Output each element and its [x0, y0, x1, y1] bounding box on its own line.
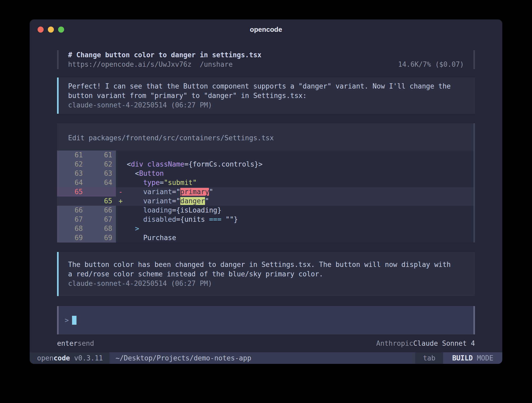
- edit-tool-card: Edit packages/frontend/src/containers/Se…: [57, 123, 475, 242]
- new-line-number: 63: [86, 169, 116, 178]
- unshare-command[interactable]: /unshare: [200, 60, 233, 69]
- tab-key-hint: tab: [415, 352, 443, 364]
- line-number-gutter: 6464: [57, 178, 116, 187]
- old-line-number: 69: [57, 233, 86, 242]
- code-line: >: [116, 224, 473, 233]
- old-line-number: 61: [57, 151, 86, 160]
- diff-row-context: 6868 >: [57, 224, 473, 233]
- text-cursor: [72, 316, 76, 325]
- session-header-body: # Change button color to danger in setti…: [59, 50, 473, 69]
- message-model-timestamp: claude-sonnet-4-20250514 (06:27 PM): [68, 100, 465, 110]
- message-text-line: a red/rose color scheme instead of the b…: [68, 269, 465, 279]
- send-action-hint: send: [78, 339, 94, 348]
- message-text-line: The button color has been changed to dan…: [68, 260, 465, 269]
- old-line-number: 66: [57, 206, 86, 215]
- hints-row: enter send Anthropic Claude Sonnet 4: [57, 339, 475, 348]
- prompt-input[interactable]: >: [57, 306, 475, 334]
- enter-key-hint: enter: [57, 339, 78, 348]
- traffic-lights: [38, 19, 64, 39]
- new-line-number: [86, 187, 116, 197]
- titlebar: opencode: [30, 19, 502, 39]
- new-line-number: 67: [86, 215, 116, 224]
- line-number-gutter: 6363: [57, 169, 116, 178]
- new-line-number: 62: [86, 160, 116, 169]
- zoom-window-button[interactable]: [58, 27, 64, 33]
- new-line-number: 64: [86, 178, 116, 187]
- new-line-number: 68: [86, 224, 116, 233]
- new-line-number: 65: [86, 197, 116, 206]
- new-line-number: 69: [86, 233, 116, 242]
- old-line-number: 63: [57, 169, 86, 178]
- old-line-number: [57, 197, 86, 206]
- window-title: opencode: [250, 25, 282, 34]
- diff-row-removed: 65- variant="primary": [57, 187, 473, 197]
- line-number-gutter: 65: [57, 187, 116, 197]
- line-number-gutter: 6969: [57, 233, 116, 242]
- old-line-number: 68: [57, 224, 86, 233]
- diff-row-context: 6161: [57, 151, 473, 160]
- diff-row-context: 6464 type="submit": [57, 178, 473, 187]
- diff-row-context: 6767 disabled={units === ""}: [57, 215, 473, 224]
- diff-row-context: 6363 <Button: [57, 169, 473, 178]
- code-line: <Button: [116, 169, 473, 178]
- code-line: Purchase: [116, 233, 473, 242]
- diff-view: 61616262 <div className={formCs.controls…: [57, 151, 473, 242]
- share-url[interactable]: https://opencode.ai/s/UwJxv76z: [68, 60, 192, 69]
- message-model-timestamp: claude-sonnet-4-20250514 (06:27 PM): [68, 279, 465, 288]
- diff-scrollbar[interactable]: [473, 123, 475, 242]
- close-window-button[interactable]: [38, 27, 44, 33]
- assistant-message: The button color has been changed to dan…: [57, 252, 475, 296]
- line-number-gutter: 6767: [57, 215, 116, 224]
- code-line: - variant="primary": [116, 187, 473, 197]
- old-line-number: 65: [57, 187, 86, 197]
- line-number-gutter: 6666: [57, 206, 116, 215]
- assistant-message: Perfect! I can see that the Button compo…: [57, 78, 475, 114]
- code-line: <div className={formCs.controls}>: [116, 160, 473, 169]
- code-line: loading={isLoading}: [116, 206, 473, 215]
- line-number-gutter: 6868: [57, 224, 116, 233]
- line-number-gutter: 65: [57, 197, 116, 206]
- model-label[interactable]: Claude Sonnet 4: [413, 339, 475, 348]
- mode-toggle-chip[interactable]: BUILD MODE: [443, 352, 502, 364]
- diff-row-context: 6262 <div className={formCs.controls}>: [57, 160, 473, 169]
- new-line-number: 66: [86, 206, 116, 215]
- minimize-window-button[interactable]: [48, 27, 54, 33]
- provider-label: Anthropic: [376, 339, 413, 348]
- new-line-number: 61: [86, 151, 116, 160]
- input-right-bar: [473, 306, 475, 334]
- main-content: # Change button color to danger in setti…: [30, 39, 502, 352]
- line-number-gutter: 6262: [57, 160, 116, 169]
- app-version: v0.3.11: [70, 354, 103, 362]
- header-right-bar: [473, 50, 475, 69]
- diff-row-context: 6969 Purchase: [57, 233, 473, 242]
- status-bar: opencode v0.3.11 ~/Desktop/Projects/demo…: [30, 352, 502, 364]
- old-line-number: 67: [57, 215, 86, 224]
- message-text-line: Perfect! I can see that the Button compo…: [68, 81, 465, 91]
- code-line: [116, 151, 473, 160]
- session-title: # Change button color to danger in setti…: [68, 50, 262, 60]
- code-line: disabled={units === ""}: [116, 215, 473, 224]
- app-version-chip: opencode v0.3.11: [30, 352, 110, 364]
- code-line: type="submit": [116, 178, 473, 187]
- prompt-chevron: >: [65, 316, 69, 325]
- code-line: + variant="danger": [116, 197, 473, 206]
- working-directory: ~/Desktop/Projects/demo-notes-app: [110, 352, 415, 364]
- message-text-line: button variant from "primary" to "danger…: [68, 91, 465, 100]
- edit-file-path: Edit packages/frontend/src/containers/Se…: [57, 133, 473, 143]
- old-line-number: 62: [57, 160, 86, 169]
- opencode-window: opencode # Change button color to danger…: [30, 19, 502, 364]
- session-header: # Change button color to danger in setti…: [57, 50, 475, 69]
- line-number-gutter: 6161: [57, 151, 116, 160]
- diff-row-context: 6666 loading={isLoading}: [57, 206, 473, 215]
- diff-row-added: 65+ variant="danger": [57, 197, 473, 206]
- token-usage: 14.6K/7% ($0.07): [398, 60, 464, 69]
- old-line-number: 64: [57, 178, 86, 187]
